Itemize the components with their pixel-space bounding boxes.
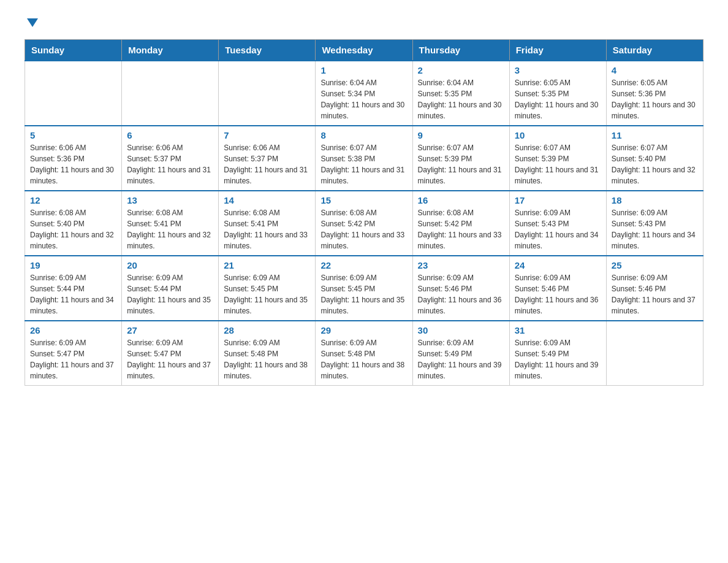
calendar-cell: 3Sunrise: 6:05 AMSunset: 5:35 PMDaylight…: [509, 61, 606, 126]
calendar-cell: 16Sunrise: 6:08 AMSunset: 5:42 PMDayligh…: [412, 191, 509, 256]
calendar-cell: 13Sunrise: 6:08 AMSunset: 5:41 PMDayligh…: [122, 191, 219, 256]
day-number: 15: [320, 195, 407, 205]
calendar-cell: [122, 61, 219, 126]
day-info: Sunrise: 6:06 AMSunset: 5:37 PMDaylight:…: [127, 142, 213, 186]
calendar-header-thursday: Thursday: [412, 40, 509, 61]
day-number: 21: [224, 260, 310, 270]
calendar-cell: [606, 321, 703, 386]
day-info: Sunrise: 6:05 AMSunset: 5:35 PMDaylight:…: [515, 77, 601, 121]
calendar-cell: 10Sunrise: 6:07 AMSunset: 5:39 PMDayligh…: [509, 126, 606, 191]
day-info: Sunrise: 6:09 AMSunset: 5:44 PMDaylight:…: [30, 272, 116, 316]
day-info: Sunrise: 6:09 AMSunset: 5:45 PMDaylight:…: [320, 272, 407, 316]
calendar-cell: 5Sunrise: 6:06 AMSunset: 5:36 PMDaylight…: [25, 126, 122, 191]
calendar-table: SundayMondayTuesdayWednesdayThursdayFrid…: [25, 39, 703, 386]
calendar-cell: 15Sunrise: 6:08 AMSunset: 5:42 PMDayligh…: [316, 191, 412, 256]
calendar-cell: 12Sunrise: 6:08 AMSunset: 5:40 PMDayligh…: [25, 191, 122, 256]
day-info: Sunrise: 6:09 AMSunset: 5:47 PMDaylight:…: [30, 337, 116, 381]
calendar-cell: 17Sunrise: 6:09 AMSunset: 5:43 PMDayligh…: [509, 191, 606, 256]
day-info: Sunrise: 6:09 AMSunset: 5:49 PMDaylight:…: [418, 337, 504, 381]
calendar-cell: 23Sunrise: 6:09 AMSunset: 5:46 PMDayligh…: [412, 256, 509, 321]
day-info: Sunrise: 6:04 AMSunset: 5:34 PMDaylight:…: [320, 77, 407, 121]
day-number: 6: [127, 130, 213, 140]
calendar-header-wednesday: Wednesday: [316, 40, 412, 61]
day-info: Sunrise: 6:09 AMSunset: 5:46 PMDaylight:…: [418, 272, 504, 316]
day-number: 25: [612, 260, 698, 270]
calendar-header-sunday: Sunday: [25, 40, 122, 61]
week-row-2: 5Sunrise: 6:06 AMSunset: 5:36 PMDaylight…: [25, 126, 703, 191]
day-number: 7: [224, 130, 310, 140]
calendar-cell: 25Sunrise: 6:09 AMSunset: 5:46 PMDayligh…: [606, 256, 703, 321]
week-row-5: 26Sunrise: 6:09 AMSunset: 5:47 PMDayligh…: [25, 321, 703, 386]
day-number: 16: [418, 195, 504, 205]
day-number: 23: [418, 260, 504, 270]
day-info: Sunrise: 6:09 AMSunset: 5:49 PMDaylight:…: [515, 337, 601, 381]
page-header: [25, 18, 703, 27]
day-info: Sunrise: 6:08 AMSunset: 5:40 PMDaylight:…: [30, 207, 116, 251]
day-number: 14: [224, 195, 310, 205]
day-info: Sunrise: 6:05 AMSunset: 5:36 PMDaylight:…: [612, 77, 698, 121]
day-info: Sunrise: 6:04 AMSunset: 5:35 PMDaylight:…: [418, 77, 504, 121]
calendar-header-monday: Monday: [122, 40, 219, 61]
calendar-cell: 6Sunrise: 6:06 AMSunset: 5:37 PMDaylight…: [122, 126, 219, 191]
day-number: 12: [30, 195, 116, 205]
calendar-cell: 4Sunrise: 6:05 AMSunset: 5:36 PMDaylight…: [606, 61, 703, 126]
day-number: 3: [515, 65, 601, 75]
day-number: 9: [418, 130, 504, 140]
calendar-cell: 19Sunrise: 6:09 AMSunset: 5:44 PMDayligh…: [25, 256, 122, 321]
day-info: Sunrise: 6:09 AMSunset: 5:46 PMDaylight:…: [612, 272, 698, 316]
day-info: Sunrise: 6:09 AMSunset: 5:48 PMDaylight:…: [320, 337, 407, 381]
day-number: 5: [30, 130, 116, 140]
day-info: Sunrise: 6:06 AMSunset: 5:36 PMDaylight:…: [30, 142, 116, 186]
day-info: Sunrise: 6:09 AMSunset: 5:44 PMDaylight:…: [127, 272, 213, 316]
calendar-cell: 9Sunrise: 6:07 AMSunset: 5:39 PMDaylight…: [412, 126, 509, 191]
calendar-cell: 30Sunrise: 6:09 AMSunset: 5:49 PMDayligh…: [412, 321, 509, 386]
day-number: 22: [320, 260, 407, 270]
week-row-3: 12Sunrise: 6:08 AMSunset: 5:40 PMDayligh…: [25, 191, 703, 256]
day-number: 20: [127, 260, 213, 270]
calendar-cell: 21Sunrise: 6:09 AMSunset: 5:45 PMDayligh…: [219, 256, 316, 321]
calendar-cell: 28Sunrise: 6:09 AMSunset: 5:48 PMDayligh…: [219, 321, 316, 386]
day-info: Sunrise: 6:07 AMSunset: 5:40 PMDaylight:…: [612, 142, 698, 186]
calendar-cell: 24Sunrise: 6:09 AMSunset: 5:46 PMDayligh…: [509, 256, 606, 321]
day-number: 1: [320, 65, 407, 75]
logo: [25, 18, 38, 27]
day-number: 31: [515, 325, 601, 335]
day-info: Sunrise: 6:09 AMSunset: 5:46 PMDaylight:…: [515, 272, 601, 316]
calendar-cell: 29Sunrise: 6:09 AMSunset: 5:48 PMDayligh…: [316, 321, 412, 386]
day-info: Sunrise: 6:09 AMSunset: 5:45 PMDaylight:…: [224, 272, 310, 316]
day-info: Sunrise: 6:08 AMSunset: 5:41 PMDaylight:…: [127, 207, 213, 251]
week-row-1: 1Sunrise: 6:04 AMSunset: 5:34 PMDaylight…: [25, 61, 703, 126]
calendar-cell: 8Sunrise: 6:07 AMSunset: 5:38 PMDaylight…: [316, 126, 412, 191]
day-number: 29: [320, 325, 407, 335]
day-info: Sunrise: 6:06 AMSunset: 5:37 PMDaylight:…: [224, 142, 310, 186]
day-number: 17: [515, 195, 601, 205]
day-info: Sunrise: 6:09 AMSunset: 5:43 PMDaylight:…: [515, 207, 601, 251]
calendar-cell: 27Sunrise: 6:09 AMSunset: 5:47 PMDayligh…: [122, 321, 219, 386]
day-number: 24: [515, 260, 601, 270]
calendar-cell: 2Sunrise: 6:04 AMSunset: 5:35 PMDaylight…: [412, 61, 509, 126]
calendar-header-row: SundayMondayTuesdayWednesdayThursdayFrid…: [25, 40, 703, 61]
day-number: 2: [418, 65, 504, 75]
calendar-cell: 14Sunrise: 6:08 AMSunset: 5:41 PMDayligh…: [219, 191, 316, 256]
calendar-cell: 7Sunrise: 6:06 AMSunset: 5:37 PMDaylight…: [219, 126, 316, 191]
day-number: 26: [30, 325, 116, 335]
day-number: 13: [127, 195, 213, 205]
calendar-cell: 11Sunrise: 6:07 AMSunset: 5:40 PMDayligh…: [606, 126, 703, 191]
calendar-cell: 22Sunrise: 6:09 AMSunset: 5:45 PMDayligh…: [316, 256, 412, 321]
day-info: Sunrise: 6:09 AMSunset: 5:47 PMDaylight:…: [127, 337, 213, 381]
calendar-header-friday: Friday: [509, 40, 606, 61]
day-info: Sunrise: 6:07 AMSunset: 5:39 PMDaylight:…: [418, 142, 504, 186]
day-number: 30: [418, 325, 504, 335]
day-info: Sunrise: 6:09 AMSunset: 5:48 PMDaylight:…: [224, 337, 310, 381]
day-number: 28: [224, 325, 310, 335]
calendar-header-tuesday: Tuesday: [219, 40, 316, 61]
day-number: 27: [127, 325, 213, 335]
day-number: 19: [30, 260, 116, 270]
calendar-cell: [219, 61, 316, 126]
calendar-cell: [25, 61, 122, 126]
day-info: Sunrise: 6:07 AMSunset: 5:39 PMDaylight:…: [515, 142, 601, 186]
calendar-cell: 26Sunrise: 6:09 AMSunset: 5:47 PMDayligh…: [25, 321, 122, 386]
day-number: 18: [612, 195, 698, 205]
day-info: Sunrise: 6:08 AMSunset: 5:41 PMDaylight:…: [224, 207, 310, 251]
day-number: 4: [612, 65, 698, 75]
